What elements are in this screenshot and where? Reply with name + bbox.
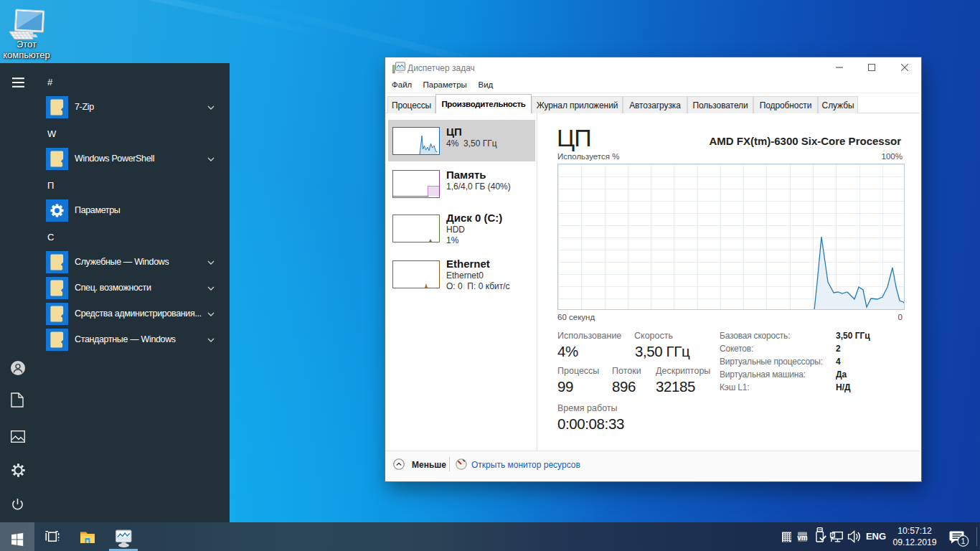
svg-text:1: 1 (961, 537, 966, 545)
svg-text:vm: vm (797, 534, 808, 542)
